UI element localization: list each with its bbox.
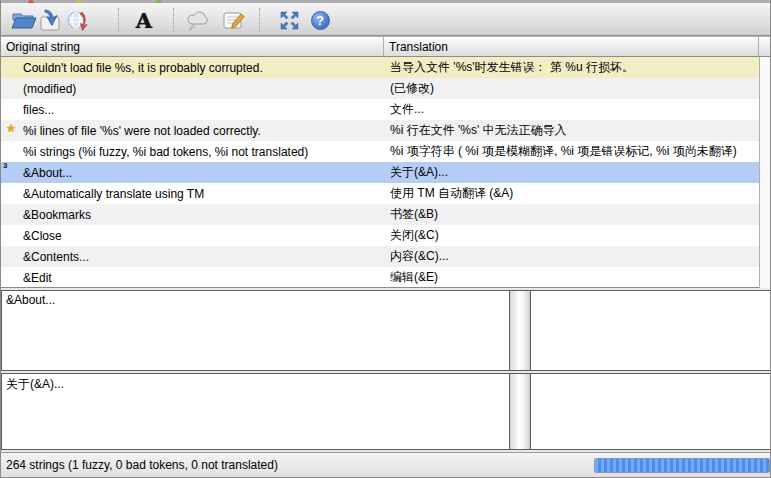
fullscreen-icon[interactable] [275,7,303,33]
translation-cell: 关于(&A)... [384,162,759,183]
table-row[interactable]: (modified) (已修改) [1,78,771,99]
table-row[interactable]: &Close 关闭(&C) [1,225,771,246]
editor-scrollbar-bottom[interactable] [510,373,530,450]
open-icon[interactable] [10,7,38,33]
original-cell: Couldn't load file %s, it is probably co… [1,57,384,78]
translation-cell: 使用 TM 自动翻译 (&A) [384,183,759,204]
translation-cell: 关闭(&C) [384,225,759,246]
status-bar: 264 strings (1 fuzzy, 0 bad tokens, 0 no… [1,452,771,478]
fuzzy-star-icon: ★ [6,123,16,134]
app-window: A [0,0,771,478]
translation-progress-fill [595,459,769,472]
column-header-original-label: Original string [6,40,80,54]
original-string-box: &About... [1,290,510,371]
translation-cell: %i 项字符串 ( %i 项是模糊翻译, %i 项是错误标记, %i 项尚未翻译… [384,141,759,162]
toolbar: A [1,3,771,36]
original-cell: &Edit [1,267,384,288]
table-row[interactable]: files... 文件... [1,99,771,120]
original-cell: files... [1,99,384,120]
question-mark-glyph: ? [311,11,330,30]
help-icon[interactable]: ? [306,7,334,33]
translation-cell: 书签(&B) [384,204,759,225]
toolbar-separator [259,8,260,32]
fullscreen-arrows-glyph [279,10,300,31]
column-header-translation-label: Translation [389,40,448,54]
original-cell: (modified) [1,78,384,99]
translation-cell: 文件... [384,99,759,120]
table-row[interactable]: %i strings (%i fuzzy, %i bad tokens, %i … [1,141,771,162]
table-row-selected[interactable]: 3 &About... 关于(&A)... [1,162,771,183]
comment-box-bottom[interactable] [530,373,771,450]
original-cell: %i strings (%i fuzzy, %i bad tokens, %i … [1,141,384,162]
save-glyph [38,9,62,32]
table-row[interactable]: &Edit 编辑(&E) [1,267,771,288]
translation-cell: 内容(&C)... [384,246,759,267]
status-text: 264 strings (1 fuzzy, 0 bad tokens, 0 no… [6,458,278,472]
string-table: Couldn't load file %s, it is probably co… [1,57,771,288]
notepad-pencil-glyph [222,9,246,31]
original-cell: &Automatically translate using TM [1,183,384,204]
original-cell: &About... [1,162,384,183]
translation-cell: (已修改) [384,78,759,99]
open-folder-glyph [11,10,37,31]
original-cell: &Bookmarks [1,204,384,225]
column-header-original[interactable]: Original string [1,37,384,56]
translation-cell: 当导入文件 '%s'时发生错误： 第 %u 行损坏。 [384,57,759,78]
edit-comment-icon[interactable] [220,7,248,33]
table-row[interactable]: Couldn't load file %s, it is probably co… [1,57,771,78]
original-cell: &Contents... [1,246,384,267]
table-row[interactable]: ★ %i lines of file '%s' were not loaded … [1,120,771,141]
table-scrollbar[interactable] [759,57,771,288]
editor-scrollbar-top[interactable] [510,290,530,371]
toggle-fuzzy-icon[interactable]: A [130,7,158,33]
table-header: Original string Translation [1,36,771,57]
globe-refresh-glyph [65,9,90,32]
translation-cell: %i 行在文件 '%s' 中无法正确导入 [384,120,759,141]
comment-cloud-glyph [185,9,211,31]
original-cell: &Close [1,225,384,246]
translation-progress-bar [594,458,770,473]
translation-input[interactable]: 关于(&A)... [1,373,510,450]
translation-cell: 编辑(&E) [384,267,759,288]
update-catalog-icon[interactable] [63,7,91,33]
table-row[interactable]: &Contents... 内容(&C)... [1,246,771,267]
original-cell: %i lines of file '%s' were not loaded co… [1,120,384,141]
toolbar-separator [118,8,119,32]
column-header-translation[interactable]: Translation [384,37,759,56]
bookmark-number: 3 [3,162,7,170]
table-row[interactable]: &Automatically translate using TM 使用 TM … [1,183,771,204]
fuzzy-a-glyph: A [136,10,152,31]
table-row[interactable]: &Bookmarks 书签(&B) [1,204,771,225]
toolbar-separator [173,8,174,32]
comment-icon[interactable] [184,7,212,33]
scrollbar-corner [759,37,771,56]
save-icon[interactable] [36,7,64,33]
comment-box-top [530,290,771,371]
